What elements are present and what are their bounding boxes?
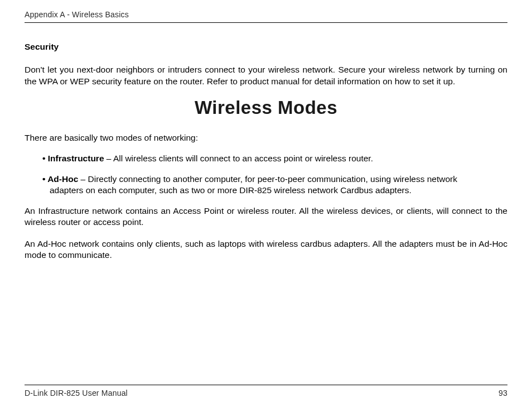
security-heading: Security <box>25 42 507 52</box>
bullet-item-adhoc: Ad-Hoc – Directly connecting to another … <box>42 174 507 197</box>
intro-text: There are basically two modes of network… <box>25 133 507 143</box>
bullet-continuation: adapters on each computer, such as two o… <box>42 185 507 196</box>
header-text: Appendix A - Wireless Basics <box>25 10 129 19</box>
footer-page-number: 93 <box>499 389 507 397</box>
bullet-list: Infrastructure – All wireless clients wi… <box>25 153 507 196</box>
bullet-item-infrastructure: Infrastructure – All wireless clients wi… <box>42 153 507 164</box>
page-header: Appendix A - Wireless Basics <box>25 10 507 23</box>
page-content: Security Don't let you next-door neighbo… <box>25 23 507 385</box>
bullet-text: – Directly connecting to another compute… <box>78 174 457 184</box>
bullet-label: Ad-Hoc <box>47 174 78 184</box>
bullet-label: Infrastructure <box>48 154 104 163</box>
paragraph-infrastructure: An Infrastructure network contains an Ac… <box>25 205 507 228</box>
page-footer: D-Link DIR-825 User Manual 93 <box>25 385 507 412</box>
main-title: Wireless Modes <box>25 97 507 118</box>
footer-left: D-Link DIR-825 User Manual <box>25 389 128 397</box>
security-paragraph: Don't let you next-door neighbors or int… <box>25 64 507 87</box>
page-container: Appendix A - Wireless Basics Security Do… <box>0 0 532 412</box>
bullet-text: – All wireless clients will connect to a… <box>104 154 373 163</box>
paragraph-adhoc: An Ad-Hoc network contains only clients,… <box>25 238 507 261</box>
